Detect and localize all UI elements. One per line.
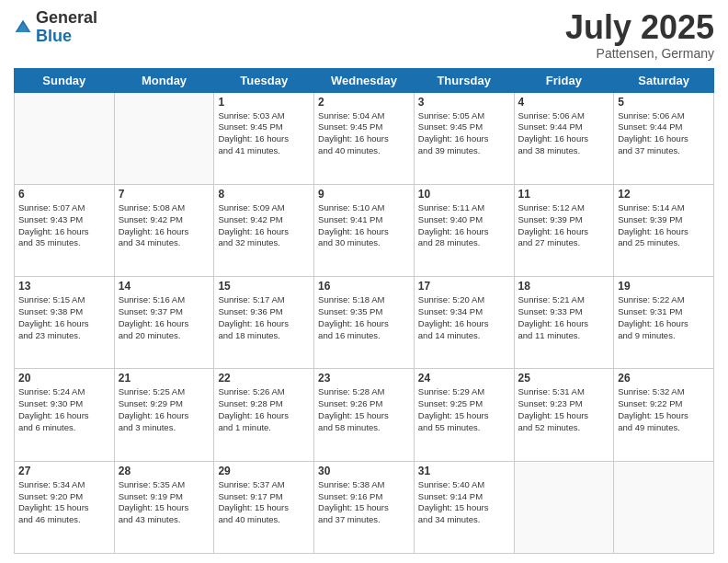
location-subtitle: Pattensen, Germany	[565, 46, 714, 61]
day-info: Sunrise: 5:12 AM Sunset: 9:39 PM Dayligh…	[518, 202, 610, 249]
calendar-cell	[514, 461, 614, 553]
calendar-cell: 13Sunrise: 5:15 AM Sunset: 9:38 PM Dayli…	[15, 277, 115, 369]
calendar-body: 1Sunrise: 5:03 AM Sunset: 9:45 PM Daylig…	[15, 92, 714, 553]
day-number: 1	[218, 96, 310, 109]
calendar-cell: 15Sunrise: 5:17 AM Sunset: 9:36 PM Dayli…	[214, 277, 314, 369]
day-number: 17	[418, 280, 510, 293]
day-info: Sunrise: 5:04 AM Sunset: 9:45 PM Dayligh…	[318, 110, 410, 157]
day-info: Sunrise: 5:24 AM Sunset: 9:30 PM Dayligh…	[18, 386, 110, 433]
day-number: 28	[119, 465, 210, 477]
days-header-row: SundayMondayTuesdayWednesdayThursdayFrid…	[15, 68, 714, 92]
calendar-cell: 25Sunrise: 5:31 AM Sunset: 9:23 PM Dayli…	[514, 369, 614, 461]
day-info: Sunrise: 5:25 AM Sunset: 9:29 PM Dayligh…	[119, 386, 210, 433]
logo: General Blue	[14, 9, 97, 46]
calendar-cell: 2Sunrise: 5:04 AM Sunset: 9:45 PM Daylig…	[314, 92, 415, 184]
calendar-cell: 19Sunrise: 5:22 AM Sunset: 9:31 PM Dayli…	[614, 277, 714, 369]
day-number: 10	[418, 188, 510, 201]
day-info: Sunrise: 5:05 AM Sunset: 9:45 PM Dayligh…	[418, 110, 510, 157]
day-info: Sunrise: 5:32 AM Sunset: 9:22 PM Dayligh…	[618, 386, 710, 433]
day-number: 7	[119, 188, 210, 201]
day-number: 20	[18, 372, 110, 385]
calendar-cell: 27Sunrise: 5:34 AM Sunset: 9:20 PM Dayli…	[15, 461, 115, 553]
calendar-cell: 9Sunrise: 5:10 AM Sunset: 9:41 PM Daylig…	[314, 184, 415, 276]
calendar-cell: 18Sunrise: 5:21 AM Sunset: 9:33 PM Dayli…	[514, 277, 614, 369]
calendar-cell: 8Sunrise: 5:09 AM Sunset: 9:42 PM Daylig…	[214, 184, 314, 276]
day-number: 31	[418, 465, 510, 477]
day-number: 6	[18, 188, 110, 201]
week-row-2: 6Sunrise: 5:07 AM Sunset: 9:43 PM Daylig…	[15, 184, 714, 276]
day-header-thursday: Thursday	[414, 68, 514, 92]
calendar-cell: 1Sunrise: 5:03 AM Sunset: 9:45 PM Daylig…	[214, 92, 314, 184]
week-row-4: 20Sunrise: 5:24 AM Sunset: 9:30 PM Dayli…	[15, 369, 714, 461]
day-number: 19	[618, 280, 710, 293]
day-header-wednesday: Wednesday	[314, 68, 415, 92]
day-info: Sunrise: 5:03 AM Sunset: 9:45 PM Dayligh…	[218, 110, 310, 157]
day-info: Sunrise: 5:16 AM Sunset: 9:37 PM Dayligh…	[119, 294, 210, 341]
day-info: Sunrise: 5:31 AM Sunset: 9:23 PM Dayligh…	[518, 386, 610, 433]
calendar-cell: 30Sunrise: 5:38 AM Sunset: 9:16 PM Dayli…	[314, 461, 415, 553]
day-info: Sunrise: 5:34 AM Sunset: 9:20 PM Dayligh…	[18, 479, 110, 526]
calendar-header: SundayMondayTuesdayWednesdayThursdayFrid…	[15, 68, 714, 92]
day-info: Sunrise: 5:38 AM Sunset: 9:16 PM Dayligh…	[318, 479, 410, 526]
day-header-tuesday: Tuesday	[214, 68, 314, 92]
day-info: Sunrise: 5:06 AM Sunset: 9:44 PM Dayligh…	[518, 110, 610, 157]
calendar-cell: 4Sunrise: 5:06 AM Sunset: 9:44 PM Daylig…	[514, 92, 614, 184]
logo-blue: Blue	[36, 28, 97, 46]
day-info: Sunrise: 5:21 AM Sunset: 9:33 PM Dayligh…	[518, 294, 610, 341]
calendar-cell: 24Sunrise: 5:29 AM Sunset: 9:25 PM Dayli…	[414, 369, 514, 461]
week-row-1: 1Sunrise: 5:03 AM Sunset: 9:45 PM Daylig…	[15, 92, 714, 184]
day-number: 26	[618, 372, 710, 385]
calendar-cell: 10Sunrise: 5:11 AM Sunset: 9:40 PM Dayli…	[414, 184, 514, 276]
day-info: Sunrise: 5:14 AM Sunset: 9:39 PM Dayligh…	[618, 202, 710, 249]
day-number: 24	[418, 372, 510, 385]
calendar-cell: 29Sunrise: 5:37 AM Sunset: 9:17 PM Dayli…	[214, 461, 314, 553]
day-number: 14	[119, 280, 210, 293]
day-number: 12	[618, 188, 710, 201]
week-row-5: 27Sunrise: 5:34 AM Sunset: 9:20 PM Dayli…	[15, 461, 714, 553]
calendar-cell: 12Sunrise: 5:14 AM Sunset: 9:39 PM Dayli…	[614, 184, 714, 276]
logo-general: General	[36, 9, 97, 28]
calendar-cell	[614, 461, 714, 553]
calendar-cell: 11Sunrise: 5:12 AM Sunset: 9:39 PM Dayli…	[514, 184, 614, 276]
day-number: 13	[18, 280, 110, 293]
calendar-cell: 17Sunrise: 5:20 AM Sunset: 9:34 PM Dayli…	[414, 277, 514, 369]
calendar-cell: 21Sunrise: 5:25 AM Sunset: 9:29 PM Dayli…	[114, 369, 214, 461]
calendar-cell	[114, 92, 214, 184]
day-number: 5	[618, 96, 710, 109]
calendar-cell: 31Sunrise: 5:40 AM Sunset: 9:14 PM Dayli…	[414, 461, 514, 553]
day-number: 9	[318, 188, 410, 201]
day-info: Sunrise: 5:35 AM Sunset: 9:19 PM Dayligh…	[119, 479, 210, 526]
day-info: Sunrise: 5:37 AM Sunset: 9:17 PM Dayligh…	[218, 479, 310, 526]
day-info: Sunrise: 5:08 AM Sunset: 9:42 PM Dayligh…	[119, 202, 210, 249]
calendar-cell: 6Sunrise: 5:07 AM Sunset: 9:43 PM Daylig…	[15, 184, 115, 276]
day-info: Sunrise: 5:22 AM Sunset: 9:31 PM Dayligh…	[618, 294, 710, 341]
day-info: Sunrise: 5:06 AM Sunset: 9:44 PM Dayligh…	[618, 110, 710, 157]
day-info: Sunrise: 5:09 AM Sunset: 9:42 PM Dayligh…	[218, 202, 310, 249]
calendar-cell	[15, 92, 115, 184]
week-row-3: 13Sunrise: 5:15 AM Sunset: 9:38 PM Dayli…	[15, 277, 714, 369]
page: General Blue July 2025 Pattensen, German…	[0, 0, 728, 563]
calendar-cell: 14Sunrise: 5:16 AM Sunset: 9:37 PM Dayli…	[114, 277, 214, 369]
calendar-cell: 23Sunrise: 5:28 AM Sunset: 9:26 PM Dayli…	[314, 369, 415, 461]
day-info: Sunrise: 5:29 AM Sunset: 9:25 PM Dayligh…	[418, 386, 510, 433]
calendar-cell: 7Sunrise: 5:08 AM Sunset: 9:42 PM Daylig…	[114, 184, 214, 276]
calendar-cell: 5Sunrise: 5:06 AM Sunset: 9:44 PM Daylig…	[614, 92, 714, 184]
day-info: Sunrise: 5:26 AM Sunset: 9:28 PM Dayligh…	[218, 386, 310, 433]
header: General Blue July 2025 Pattensen, German…	[14, 9, 714, 61]
day-info: Sunrise: 5:17 AM Sunset: 9:36 PM Dayligh…	[218, 294, 310, 341]
day-number: 29	[218, 465, 310, 477]
title-area: July 2025 Pattensen, Germany	[565, 9, 714, 61]
day-info: Sunrise: 5:10 AM Sunset: 9:41 PM Dayligh…	[318, 202, 410, 249]
day-number: 23	[318, 372, 410, 385]
day-number: 22	[218, 372, 310, 385]
day-info: Sunrise: 5:40 AM Sunset: 9:14 PM Dayligh…	[418, 479, 510, 526]
day-number: 21	[119, 372, 210, 385]
day-number: 16	[318, 280, 410, 293]
calendar-cell: 20Sunrise: 5:24 AM Sunset: 9:30 PM Dayli…	[15, 369, 115, 461]
day-number: 3	[418, 96, 510, 109]
day-info: Sunrise: 5:11 AM Sunset: 9:40 PM Dayligh…	[418, 202, 510, 249]
calendar-cell: 26Sunrise: 5:32 AM Sunset: 9:22 PM Dayli…	[614, 369, 714, 461]
calendar-cell: 28Sunrise: 5:35 AM Sunset: 9:19 PM Dayli…	[114, 461, 214, 553]
day-number: 25	[518, 372, 610, 385]
day-number: 11	[518, 188, 610, 201]
